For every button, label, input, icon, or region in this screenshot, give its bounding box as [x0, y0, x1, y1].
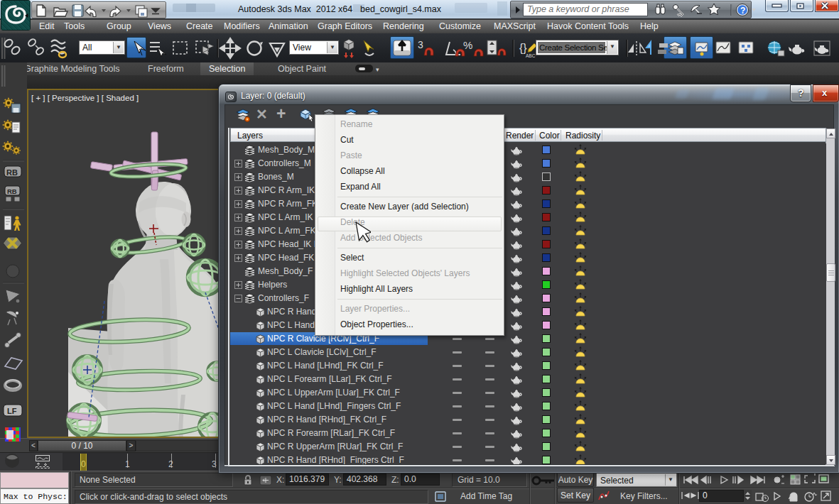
- svg-text:LF: LF: [7, 407, 17, 415]
- svg-text:%: %: [463, 39, 472, 51]
- svg-text:?: ?: [740, 6, 745, 16]
- svg-text:3: 3: [418, 39, 423, 50]
- svg-text:RB: RB: [7, 187, 17, 195]
- svg-text:ABC: ABC: [526, 53, 536, 58]
- svg-text:{}: {}: [519, 42, 527, 54]
- svg-text:RB: RB: [6, 168, 18, 177]
